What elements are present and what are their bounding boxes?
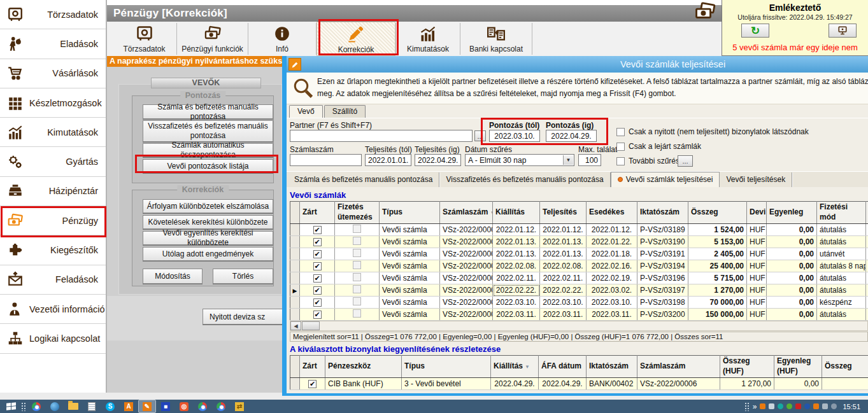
tray-icon-2[interactable] [769,403,774,409]
refresh-button[interactable]: ↻ [741,24,769,38]
col-header-penzeszkoz[interactable]: Pénzeszköz [325,356,402,378]
col-header-zart[interactable]: Zárt [300,356,325,378]
utolag-adott-engedmenyek-button[interactable]: Utólag adott engedmények [143,247,273,261]
max-talalat-input[interactable]: 100 [578,154,601,166]
sidebar-item-eladasok[interactable]: Eladások [0,29,106,59]
vevoi-egyenlites-kerekitesi-button[interactable]: Vevői egyenlítés kerekítési különbözete [143,231,273,245]
sidebar-item-kimutatasok[interactable]: Kimutatások [0,118,106,147]
fizetes-utemezes-checkbox[interactable] [353,249,361,257]
partner-input[interactable] [290,130,473,142]
tray-icon-3[interactable] [778,403,783,409]
chrome-3-icon[interactable] [213,400,229,412]
tab-vevo[interactable]: Vevő [289,105,323,118]
tray-expand-icon[interactable]: » [753,402,757,411]
tray-icon-4[interactable] [786,403,792,409]
col-header-egyenleg[interactable]: Egyenleg [767,202,817,224]
col-header-kiallitas[interactable]: Kiállítás [493,202,540,224]
col-header-teljesites[interactable]: Teljesítés [540,202,587,224]
view-tab-vevoi-szamlak-teljesitesei[interactable]: Vevői számlák teljesítései [611,172,720,187]
szamlaszam-input[interactable] [290,154,362,166]
sidebar-item-feladasok[interactable]: Feladások [0,265,106,295]
zart-checkbox[interactable]: ✔ [313,226,322,234]
monitor-button[interactable] [829,24,857,38]
view-tab-visszafizetes-pontozas[interactable]: Visszafizetés és befizetés manuális pont… [439,172,610,187]
zart-checkbox[interactable]: ✔ [313,262,322,270]
scrollbar-thumb[interactable] [302,321,320,330]
zart-checkbox[interactable]: ✔ [313,298,322,307]
checkbox-lejart-szamlak[interactable]: Csak a lejárt számlák [616,142,701,151]
toolbar-penzugyi-funkciok-button[interactable]: Pénzügyi funkciók [177,22,248,56]
scroll-left-icon[interactable]: ◀ [290,321,301,330]
sidebar-item-torzsadatok[interactable]: Törzsadatok [0,0,106,29]
sidebar-item-kiegeszitok[interactable]: Kiegészítők [0,235,106,265]
col-header-iktatoszam[interactable]: Iktatószám [637,202,688,224]
zart-checkbox[interactable]: ✔ [308,380,317,388]
col-header-partner[interactable]: Par [866,202,868,224]
chevron-down-icon[interactable]: ▼ [563,155,573,165]
zart-checkbox[interactable]: ✔ [313,311,322,319]
zart-checkbox[interactable]: ✔ [313,238,322,246]
col-header-fizetes-utemezes[interactable]: Fizetés ütemezés [335,202,380,224]
col-header-osszeg[interactable]: Összeg [688,202,747,224]
thunderbird-icon[interactable] [46,400,63,412]
toolbar-korrekciok-button[interactable]: Korrekciók [317,22,395,56]
col-header-fizetesi-mod[interactable]: Fizetési mód [817,202,866,224]
notepad-icon[interactable] [83,400,100,412]
vevoi-pontozasok-listaja-button[interactable]: Vevői pontozások listája [143,159,273,173]
sidebar-item-penzugy[interactable]: Pénzügy [0,206,106,235]
col-header-kiallitas[interactable]: Kiállítás▼ [491,356,539,378]
pontozas-ig-input[interactable]: 2022.04.29. [546,130,597,142]
fizetes-utemezes-checkbox[interactable] [353,237,361,245]
visszafizetes-pontozas-button[interactable]: Visszafizetés és befizetés manuális pont… [143,120,273,142]
teljesites-ig-input[interactable]: 2022.04.29. [415,154,461,166]
taskbar-clock[interactable]: 15:51 [843,403,860,410]
table-row[interactable]: ✔ CIB Bank (HUF) 3 - Vevői bevétel 2022.… [290,378,868,390]
skype-icon[interactable]: S [102,400,118,412]
checkbox-tovabbi-szures[interactable]: További szűrés [616,157,679,165]
zart-checkbox[interactable]: ✔ [313,250,322,258]
tab-szallito[interactable]: Szállító [324,105,366,118]
tray-icon-6[interactable] [804,403,810,409]
col-header-osszeg-huf[interactable]: Összeg (HUF) [720,356,774,378]
fizetes-utemezes-checkbox[interactable] [353,309,361,318]
toolbar-torzsadatok-button[interactable]: Törzsadatok [112,22,176,56]
tray-icon-7[interactable] [813,403,819,409]
start-button[interactable] [3,400,19,412]
fizetes-utemezes-checkbox[interactable] [353,285,361,293]
sidebar-item-keszletmozgasok[interactable]: Készletmozgások [0,88,106,118]
tray-icon-5[interactable] [795,403,801,409]
arfolyam-kulonbozetek-button[interactable]: Árfolyam különbözetek elszámolása [143,199,273,213]
photo-app-icon[interactable]: ◎ [176,400,192,412]
col-header-szamlaszam[interactable]: Számlaszám [637,356,720,378]
table-row[interactable]: ✔ Vevői számla VSz-2022/00005 2022.02.11… [290,272,868,284]
automatikus-osszepontozas-button[interactable]: Számlák automatikus összepontozása [143,143,273,157]
sidebar-item-hazipenztar[interactable]: Házipénztár [0,177,106,206]
checkbox-nyitott-bizonylatok[interactable]: Csak a nyitott (nem teljesített) bizonyl… [616,127,809,136]
col-header-iktatoszam[interactable]: Iktatószám [587,356,637,378]
kovetelesek-kerekitesi-button[interactable]: Követelések kerekítési különbözete [143,215,273,229]
table-row[interactable]: ✔ Vevői számla VSz-2022/00003 2022.01.13… [290,248,868,260]
toolbar-kimutatasok-button[interactable]: Kimutatások [396,22,460,56]
tray-icon-9[interactable] [831,403,837,409]
pontozas-tol-input[interactable]: 2022.03.10. [489,130,540,142]
view-tab-szamla-pontozas[interactable]: Számla és befizetés manuális pontozása [288,172,439,187]
col-header-deviza[interactable]: Devi [747,202,767,224]
col-header-tipus[interactable]: Típus [380,202,440,224]
szamla-befizetes-pontozas-button[interactable]: Számla és befizetés manuális pontozása [143,104,273,119]
save-icon[interactable]: ■ [157,400,174,412]
table-row[interactable]: ✔ Vevői számla VSz-2022/00001 2022.01.12… [290,224,868,236]
toolbar-banki-kapcsolat-button[interactable]: Banki kapcsolat [460,22,532,56]
transfer-app-icon[interactable]: ⇄ [231,400,248,412]
col-header-afa-datum[interactable]: ÁFA dátum [539,356,587,378]
view-tab-vevoi-teljesitesek[interactable]: Vevői teljesítések [720,172,792,187]
col-header-egyenleg-huf[interactable]: Egyenleg (HUF) [774,356,822,378]
col-header-esedekes[interactable]: Esedékes [587,202,637,224]
table-row[interactable]: ✔ Vevői számla VSz-2022/00004 2022.02.08… [290,260,868,272]
sidebar-item-gyartas[interactable]: Gyártás [0,147,106,176]
app-a-icon[interactable]: A [120,400,137,412]
modositas-button[interactable]: Módosítás [143,269,203,284]
fizetes-utemezes-checkbox[interactable] [353,261,361,269]
table-row[interactable]: ✔ Vevői számla VSz-2022/00008 2022.03.11… [290,309,868,321]
col-header-osszeg[interactable]: Összeg [822,356,868,378]
tray-icon-1[interactable] [760,403,765,409]
